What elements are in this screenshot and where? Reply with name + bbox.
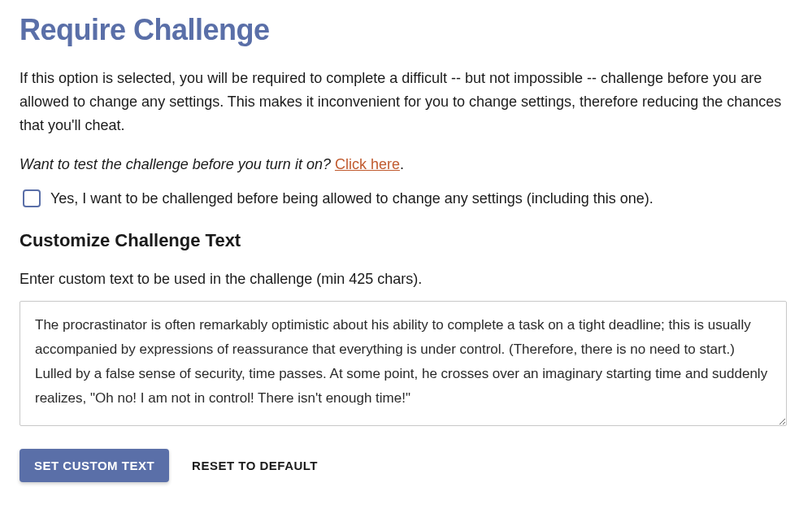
test-period: . — [400, 156, 404, 172]
enable-challenge-label[interactable]: Yes, I want to be challenged before bein… — [50, 190, 654, 207]
enable-challenge-row: Yes, I want to be challenged before bein… — [23, 189, 792, 207]
feature-description: If this option is selected, you will be … — [20, 67, 784, 137]
test-challenge-line: Want to test the challenge before you tu… — [20, 156, 792, 173]
test-prompt-text: Want to test the challenge before you tu… — [20, 156, 335, 172]
challenge-text-wrapper — [20, 301, 787, 429]
test-challenge-link[interactable]: Click here — [335, 156, 400, 172]
page-title: Require Challenge — [20, 13, 792, 47]
customize-heading: Customize Challenge Text — [20, 230, 792, 251]
customize-instruction: Enter custom text to be used in the chal… — [20, 271, 792, 288]
challenge-text-input[interactable] — [20, 301, 787, 426]
set-custom-text-button[interactable]: SET CUSTOM TEXT — [20, 449, 169, 482]
enable-challenge-checkbox[interactable] — [23, 189, 41, 207]
action-buttons-row: SET CUSTOM TEXT RESET TO DEFAULT — [20, 449, 792, 482]
reset-to-default-button[interactable]: RESET TO DEFAULT — [189, 449, 321, 482]
